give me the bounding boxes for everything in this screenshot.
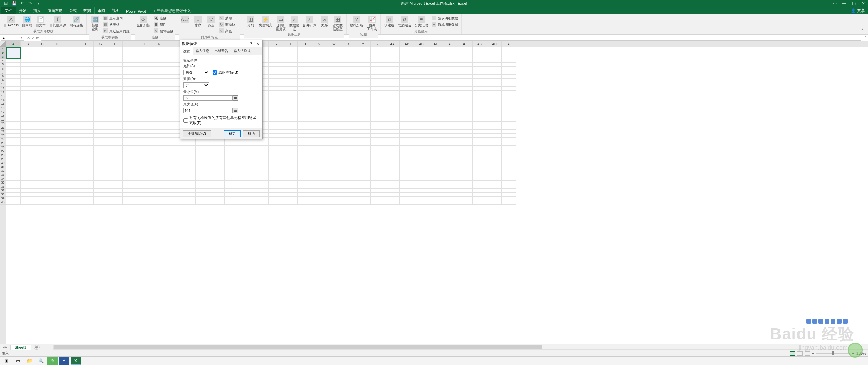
cell[interactable] [443,82,458,87]
cell[interactable] [487,82,502,87]
cell[interactable] [21,200,35,205]
cell[interactable] [123,169,137,173]
cell[interactable] [458,106,473,110]
cell[interactable] [371,138,385,142]
cell[interactable] [443,161,458,165]
cell[interactable] [356,173,371,177]
cell[interactable] [50,134,64,138]
cell[interactable] [50,157,64,161]
cell[interactable] [137,189,152,193]
cell[interactable] [94,149,108,153]
cell[interactable] [414,79,429,83]
cell[interactable] [502,63,516,67]
cell[interactable] [385,67,400,71]
row-header[interactable]: 26 [0,146,6,150]
cell[interactable] [356,193,371,197]
cell[interactable] [341,141,356,146]
cell[interactable] [429,51,443,55]
cell[interactable] [64,91,79,95]
cell[interactable] [443,200,458,205]
cell[interactable] [298,63,312,67]
cell[interactable] [123,138,137,142]
cell[interactable] [458,153,473,157]
row-header[interactable]: 21 [0,126,6,130]
cell[interactable] [64,185,79,189]
cell[interactable] [64,71,79,75]
cell[interactable] [502,153,516,157]
ribbon-button-small[interactable]: 🔌连接 [152,15,175,21]
cell[interactable] [371,94,385,98]
cell[interactable] [371,67,385,71]
cell[interactable] [283,141,298,146]
cell[interactable] [414,149,429,153]
column-header[interactable]: AI [502,41,516,47]
cell[interactable] [487,71,502,75]
cell[interactable] [50,161,64,165]
cell[interactable] [21,55,35,59]
cell[interactable] [152,177,166,181]
cell[interactable] [356,63,371,67]
cell[interactable] [283,87,298,91]
column-header[interactable]: V [312,41,327,47]
cell[interactable] [473,138,487,142]
cell[interactable] [443,130,458,134]
cell[interactable] [21,110,35,114]
cell[interactable] [356,146,371,150]
cell[interactable] [50,165,64,169]
cell[interactable] [283,169,298,173]
cell[interactable] [108,51,123,55]
cell[interactable] [210,157,225,161]
cell[interactable] [400,193,414,197]
cell[interactable] [502,82,516,87]
cell[interactable] [298,165,312,169]
cell[interactable] [371,106,385,110]
cell[interactable] [35,146,50,150]
cell[interactable] [473,122,487,126]
cell[interactable] [371,71,385,75]
row-header[interactable]: 37 [0,189,6,193]
cell[interactable] [385,122,400,126]
cell[interactable] [166,165,181,169]
cell[interactable] [21,122,35,126]
cell[interactable] [94,169,108,173]
cell[interactable] [269,157,283,161]
cell[interactable] [400,177,414,181]
cell[interactable] [152,130,166,134]
row-header[interactable]: 31 [0,165,6,169]
cell[interactable] [298,157,312,161]
cell[interactable] [443,79,458,83]
cell[interactable] [414,67,429,71]
cell[interactable] [327,165,341,169]
cell[interactable] [269,106,283,110]
ribbon-button-small[interactable]: −隐藏明细数据 [430,21,459,28]
cell[interactable] [123,141,137,146]
cell[interactable] [196,141,210,146]
ribbon-button[interactable]: ⧉创建组 [383,15,396,28]
cell[interactable] [152,197,166,201]
cell[interactable] [94,138,108,142]
cell[interactable] [283,149,298,153]
cell[interactable] [239,189,254,193]
cell[interactable] [239,197,254,201]
cell[interactable] [298,130,312,134]
cell[interactable] [327,47,341,51]
cell[interactable] [298,141,312,146]
cell[interactable] [443,55,458,59]
cell[interactable] [371,59,385,63]
cell[interactable] [94,102,108,106]
cell[interactable] [181,141,196,146]
cell[interactable] [443,59,458,63]
cell[interactable] [21,157,35,161]
cell[interactable] [385,181,400,185]
cell[interactable] [443,114,458,118]
cell[interactable] [79,181,94,185]
cell[interactable] [166,169,181,173]
ribbon-button[interactable]: A↓Z [179,15,191,24]
cell[interactable] [152,118,166,122]
cell[interactable] [487,87,502,91]
cell[interactable] [35,51,50,55]
cell[interactable] [35,173,50,177]
cell[interactable] [400,98,414,102]
cell[interactable] [94,197,108,201]
cell[interactable] [21,79,35,83]
